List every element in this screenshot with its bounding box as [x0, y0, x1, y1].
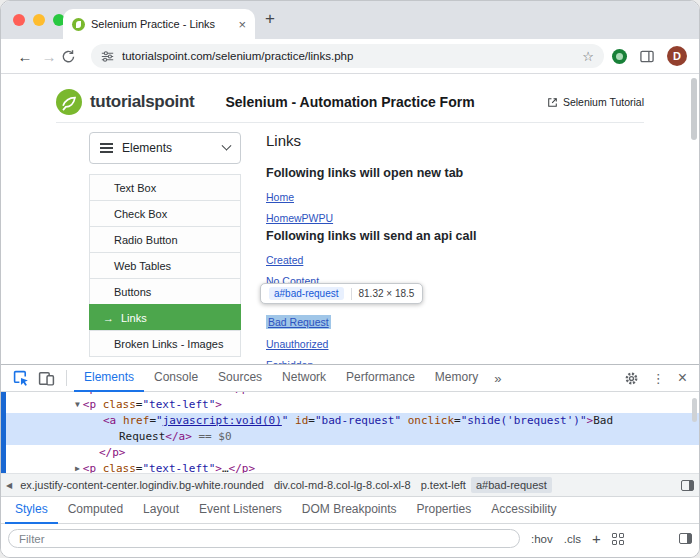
devtools-toolbar-right: ⋮ ×: [624, 370, 691, 386]
sidebar-item-radio-button[interactable]: Radio Button: [89, 226, 241, 253]
tutorialspoint-logo-icon: [56, 89, 82, 115]
tab-computed[interactable]: Computed: [58, 497, 133, 524]
sidebar-item-broken-links[interactable]: Broken Links - Images: [89, 330, 241, 357]
sidebar-item-web-tables[interactable]: Web Tables: [89, 252, 241, 279]
inspect-element-icon[interactable]: [9, 370, 34, 387]
element-states-grid-icon[interactable]: [612, 533, 624, 545]
sidebar-item-links[interactable]: → Links: [89, 304, 241, 331]
tree-node-a-line2[interactable]: Request</a> == $0: [1, 429, 699, 445]
links-content: Links Following links will open new tab …: [266, 132, 639, 364]
url-text[interactable]: tutorialspoint.com/selenium/practice/lin…: [122, 50, 576, 62]
devtools-tab-sources[interactable]: Sources: [208, 365, 272, 392]
dock-side-icon[interactable]: [681, 480, 694, 491]
extension-icon[interactable]: [612, 49, 627, 64]
tree-node-next-p[interactable]: ▶<p class="text-left">…</p>: [1, 461, 699, 473]
tree-scrollbar[interactable]: [692, 398, 697, 422]
header-divider: [56, 122, 644, 123]
new-tab-button[interactable]: +: [265, 9, 275, 29]
browser-window: Selenium Practice - Links × + ← → tutori…: [0, 0, 700, 558]
sidebar-item-text-box[interactable]: Text Box: [89, 174, 241, 201]
tree-node-a-line1[interactable]: <a href="javascript:void(0)" id="bad-req…: [1, 413, 699, 429]
sidebar-item-buttons[interactable]: Buttons: [89, 278, 241, 305]
devtools-tab-network[interactable]: Network: [272, 365, 336, 392]
more-tabs-icon[interactable]: »: [488, 371, 507, 386]
devtools-tab-memory[interactable]: Memory: [425, 365, 488, 392]
site-settings-icon[interactable]: [101, 50, 114, 63]
devtools-toolbar: Elements Console Sources Network Perform…: [1, 365, 699, 392]
sidebar-item-check-box[interactable]: Check Box: [89, 200, 241, 227]
breadcrumb-p-text-left[interactable]: p.text-left: [416, 477, 471, 493]
breadcrumb-logindiv[interactable]: ex.justify-content-center.logindiv.bg-wh…: [15, 477, 269, 493]
device-toolbar-icon[interactable]: [34, 370, 59, 387]
close-devtools-icon[interactable]: ×: [678, 370, 687, 386]
devtools-tab-console[interactable]: Console: [144, 365, 208, 392]
devtools-panel: Elements Console Sources Network Perform…: [1, 364, 699, 557]
window-minimize-button[interactable]: [33, 14, 45, 26]
dock-panel-icon[interactable]: [679, 533, 692, 544]
section-api-call-heading: Following links will send an api call: [266, 229, 476, 243]
address-bar[interactable]: tutorialspoint.com/selenium/practice/lin…: [91, 44, 604, 68]
breadcrumb-col-div[interactable]: div.col-md-8.col-lg-8.col-xl-8: [269, 477, 416, 493]
devtools-tab-elements[interactable]: Elements: [74, 365, 144, 392]
tooltip-selector: a#bad-request: [269, 287, 344, 300]
more-options-icon[interactable]: ⋮: [652, 371, 665, 386]
title-bar: Selenium Practice - Links × +: [1, 1, 699, 39]
breadcrumb-scroll-left-icon[interactable]: ◀: [6, 481, 12, 490]
tab-favicon-icon: [72, 18, 85, 31]
bookmark-star-icon[interactable]: ☆: [582, 49, 594, 64]
brand[interactable]: tutorialspoint: [56, 89, 194, 115]
styles-filter-row: :hov .cls +: [1, 524, 699, 553]
breadcrumb-bar: ◀ ex.justify-content-center.logindiv.bg-…: [1, 473, 699, 497]
dropdown-label: Elements: [122, 141, 172, 155]
links-heading: Links: [266, 132, 301, 149]
breadcrumb-a-bad-request[interactable]: a#bad-request: [471, 477, 552, 493]
sidebar-list: Text Box Check Box Radio Button Web Tabl…: [89, 174, 241, 357]
elements-sidebar: Elements Text Box Check Box Radio Button…: [89, 132, 241, 357]
selenium-tutorial-link[interactable]: Selenium Tutorial: [547, 96, 644, 108]
brand-text: tutorialspoint: [90, 92, 194, 112]
new-style-rule-button[interactable]: +: [592, 531, 601, 546]
link-homewpwpu[interactable]: HomewPWPU: [266, 212, 333, 224]
site-header: tutorialspoint Selenium - Automation Pra…: [56, 84, 644, 120]
tab-event-listeners[interactable]: Event Listeners: [189, 497, 292, 524]
tab-title: Selenium Practice - Links: [91, 18, 232, 30]
link-created[interactable]: Created: [266, 254, 303, 266]
tab-close-icon[interactable]: ×: [238, 18, 246, 31]
tree-node-p-open[interactable]: ▼<p class="text-left">: [1, 397, 699, 413]
reload-icon[interactable]: [61, 49, 85, 64]
tooltip-divider: [351, 288, 352, 300]
profile-avatar[interactable]: D: [667, 46, 687, 66]
link-bad-request[interactable]: Bad Request: [266, 315, 331, 329]
toggle-class-button[interactable]: .cls: [564, 533, 581, 545]
page-title: Selenium - Automation Practice Form: [225, 94, 474, 110]
active-arrow-icon: →: [103, 312, 114, 324]
browser-toolbar: ← → tutorialspoint.com/selenium/practice…: [1, 39, 699, 73]
elements-dropdown[interactable]: Elements: [89, 132, 241, 164]
toggle-hover-state-button[interactable]: :hov: [531, 533, 553, 545]
settings-gear-icon[interactable]: [624, 371, 639, 386]
styles-tab-bar: Styles Computed Layout Event Listeners D…: [1, 497, 699, 524]
side-panel-icon[interactable]: [639, 49, 655, 64]
tree-node-p-close[interactable]: </p>: [1, 445, 699, 461]
selection-marker: [1, 392, 6, 473]
tab-layout[interactable]: Layout: [133, 497, 189, 524]
devtools-tab-performance[interactable]: Performance: [336, 365, 425, 392]
browser-tab[interactable]: Selenium Practice - Links ×: [63, 9, 255, 39]
link-unauthorized[interactable]: Unauthorized: [266, 338, 328, 350]
tab-accessibility[interactable]: Accessibility: [481, 497, 566, 524]
page-scrollbar[interactable]: [691, 78, 697, 140]
link-home[interactable]: Home: [266, 191, 294, 203]
tab-properties[interactable]: Properties: [407, 497, 482, 524]
section-new-tab-heading: Following links will open new tab: [266, 166, 463, 180]
page-viewport: tutorialspoint Selenium - Automation Pra…: [1, 73, 699, 364]
toolbar-right: D: [612, 46, 687, 66]
forward-icon[interactable]: →: [37, 48, 61, 65]
tab-dom-breakpoints[interactable]: DOM Breakpoints: [292, 497, 407, 524]
chevron-down-icon: [222, 140, 232, 150]
tab-styles[interactable]: Styles: [5, 497, 58, 524]
window-close-button[interactable]: [13, 14, 25, 26]
tooltip-size: 81.32 × 18.5: [359, 288, 415, 299]
selected-element-row[interactable]: <a href="javascript:void(0)" id="bad-req…: [1, 413, 699, 445]
back-icon[interactable]: ←: [13, 48, 37, 65]
filter-input[interactable]: [8, 529, 520, 548]
